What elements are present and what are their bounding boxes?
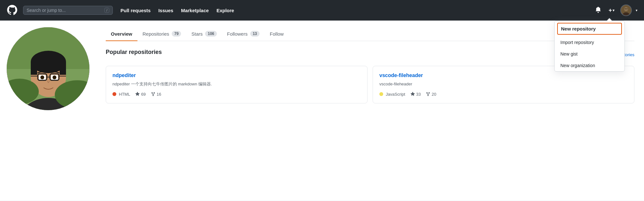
svg-point-16 [40, 75, 44, 79]
repo-desc-vscode-fileheader: vscode-fileheader [379, 81, 628, 87]
tab-followers[interactable]: Followers 13 [222, 27, 265, 41]
tab-followers-label: Followers [227, 31, 248, 37]
dropdown-import-repository[interactable]: Import repository [555, 37, 624, 48]
repo-desc-ndpediter: ndpediter 一个支持向七牛传图片的 markdown 编辑器. [112, 81, 361, 87]
search-input[interactable] [27, 8, 102, 13]
lang-dot-js [379, 92, 383, 96]
lang-dot-html [112, 92, 116, 96]
tab-following-label: Follow [270, 31, 284, 37]
repo-forks-vscode-fileheader: 20 [426, 92, 436, 97]
nav-marketplace[interactable]: Marketplace [181, 8, 209, 13]
svg-point-17 [53, 75, 56, 79]
stars-count-vscode-fileheader: 33 [416, 92, 421, 97]
lang-label-vscode-fileheader: JavaScript [386, 92, 405, 97]
dropdown-menu-container: New repository Import repository New gis… [554, 21, 625, 72]
profile-avatar [6, 27, 90, 110]
repo-stars-ndpediter: 69 [135, 92, 145, 97]
tab-overview-label: Overview [111, 31, 132, 37]
notifications-button[interactable] [594, 5, 603, 15]
dropdown-new-repository[interactable]: New repository [557, 23, 622, 35]
tab-repositories[interactable]: Repositories 79 [137, 27, 186, 41]
page-content: Overview Repositories 79 Stars 106 Follo… [0, 21, 644, 200]
dropdown-new-gist[interactable]: New gist [555, 48, 624, 60]
forks-count-vscode-fileheader: 20 [432, 92, 436, 97]
repo-name-vscode-fileheader[interactable]: vscode-fileheader [379, 73, 628, 78]
avatar-chevron-icon: ▾ [636, 8, 638, 13]
nav-pull-requests[interactable]: Pull requests [120, 8, 151, 13]
tab-repositories-label: Repositories [143, 31, 169, 37]
repo-language-ndpediter: HTML [112, 92, 130, 97]
tab-following[interactable]: Follow [265, 27, 289, 41]
navbar: / Pull requests Issues Marketplace Explo… [0, 0, 644, 21]
dropdown-menu: New repository Import repository New gis… [554, 21, 625, 72]
section-title: Popular repositories [106, 49, 162, 56]
chevron-down-icon: ▾ [613, 8, 615, 13]
stars-count-ndpediter: 69 [141, 92, 145, 97]
github-logo[interactable] [6, 4, 18, 17]
dropdown-new-organization[interactable]: New organization [555, 60, 624, 71]
svg-rect-13 [32, 62, 64, 68]
tab-repositories-badge: 79 [172, 31, 181, 37]
search-bar[interactable]: / [23, 6, 113, 15]
repo-meta-vscode-fileheader: JavaScript 33 20 [379, 92, 628, 97]
repo-name-ndpediter[interactable]: ndpediter [112, 73, 361, 78]
svg-point-4 [626, 8, 627, 9]
tab-overview[interactable]: Overview [106, 27, 137, 41]
nav-issues[interactable]: Issues [158, 8, 173, 13]
lang-label-ndpediter: HTML [119, 92, 130, 97]
profile-sidebar [0, 21, 96, 200]
dropdown-arrow-inner [607, 19, 612, 21]
tab-stars-badge: 106 [205, 31, 217, 37]
svg-point-1 [624, 7, 628, 11]
repo-stars-vscode-fileheader: 33 [410, 92, 421, 97]
tab-followers-badge: 13 [250, 31, 260, 37]
plus-button[interactable]: + ▾ [607, 6, 616, 15]
navbar-nav: Pull requests Issues Marketplace Explore [120, 8, 234, 13]
navbar-actions: + ▾ ▾ [594, 4, 638, 16]
bell-icon [595, 6, 601, 14]
tab-stars[interactable]: Stars 106 [186, 27, 222, 41]
repo-forks-ndpediter: 16 [151, 92, 161, 97]
repo-meta-ndpediter: HTML 69 16 [112, 92, 361, 97]
svg-point-3 [625, 8, 626, 9]
repo-card-ndpediter: ndpediter ndpediter 一个支持向七牛传图片的 markdown… [106, 66, 367, 103]
plus-icon: + [608, 7, 612, 14]
user-avatar-button[interactable] [620, 4, 632, 16]
forks-count-ndpediter: 16 [157, 92, 161, 97]
tab-stars-label: Stars [191, 31, 202, 37]
nav-explore[interactable]: Explore [217, 8, 234, 13]
repo-language-vscode-fileheader: JavaScript [379, 92, 405, 97]
search-kbd: / [104, 8, 109, 13]
